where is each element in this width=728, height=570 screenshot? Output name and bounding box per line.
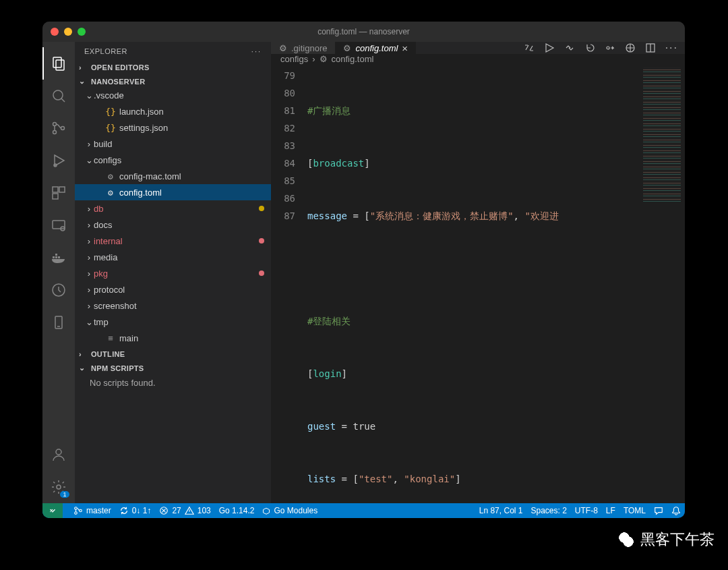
tab-gitignore[interactable]: ⚙.gitignore xyxy=(271,42,335,54)
code-token: true xyxy=(353,421,375,432)
line-number: 86 xyxy=(271,190,295,207)
search-icon[interactable] xyxy=(42,80,75,112)
folder-db[interactable]: ›db xyxy=(75,200,271,217)
diff-icon[interactable] xyxy=(564,42,575,53)
svg-rect-13 xyxy=(55,256,57,258)
tab-label: .gitignore xyxy=(291,43,327,53)
activity-bar: 1 xyxy=(42,42,75,503)
test-icon[interactable] xyxy=(42,274,75,306)
folder-label: screenshot xyxy=(94,301,264,311)
code-token: "欢迎进 xyxy=(524,210,558,221)
svg-rect-12 xyxy=(53,256,55,258)
go-version-status[interactable]: Go 1.14.2 xyxy=(219,506,255,515)
svg-point-25 xyxy=(80,509,82,512)
code-token: ] xyxy=(364,158,369,169)
titlebar: config.toml — nanoserver xyxy=(42,22,685,42)
code-token: message xyxy=(307,210,347,221)
sidebar: EXPLORER ··· ›OPEN EDITORS ⌄NANOSERVER ⌄… xyxy=(75,42,271,503)
file-launch-json[interactable]: {}launch.json xyxy=(75,103,271,119)
project-section[interactable]: ⌄NANOSERVER xyxy=(75,76,271,87)
file-config-mac-toml[interactable]: ⚙config-mac.toml xyxy=(75,168,271,184)
watermark: 黑客下午茶 xyxy=(616,530,715,550)
code-token: = [ xyxy=(347,210,370,221)
preview-icon[interactable] xyxy=(625,42,636,53)
npm-scripts-section[interactable]: ⌄NPM SCRIPTS xyxy=(75,362,271,374)
breadcrumb-segment[interactable]: config.toml xyxy=(332,54,374,64)
folder-vscode[interactable]: ⌄.vscode xyxy=(75,87,271,103)
svg-rect-1 xyxy=(56,60,64,70)
folder-pkg[interactable]: ›pkg xyxy=(75,265,271,281)
folder-label: protocol xyxy=(94,285,264,295)
more-actions-icon[interactable]: ··· xyxy=(251,47,262,55)
svg-rect-0 xyxy=(53,57,61,67)
folder-build[interactable]: ›build xyxy=(75,136,271,152)
svg-rect-10 xyxy=(53,221,65,229)
breadcrumb-segment[interactable]: configs xyxy=(280,54,308,64)
explorer-icon[interactable] xyxy=(42,47,75,80)
line-number: 87 xyxy=(271,207,295,225)
git-sync-status[interactable]: 0↓ 1↑ xyxy=(119,506,152,515)
split-editor-icon[interactable] xyxy=(645,42,656,53)
code-editor[interactable]: 79 80 81 82 83 84 85 86 87 #广播消息 [broadc… xyxy=(271,64,685,518)
tab-config-toml[interactable]: ⚙config.toml× xyxy=(335,42,416,54)
folder-tmp[interactable]: ⌄tmp xyxy=(75,314,271,330)
svg-point-5 xyxy=(61,127,65,130)
folder-label: .vscode xyxy=(94,90,264,101)
line-number: 85 xyxy=(271,172,295,190)
wechat-icon xyxy=(616,530,636,550)
file-main[interactable]: ≡main xyxy=(75,330,271,346)
folder-protocol[interactable]: ›protocol xyxy=(75,281,271,297)
project-label: NANOSERVER xyxy=(91,78,145,86)
compare-icon[interactable] xyxy=(524,42,535,53)
code-lines[interactable]: #广播消息 [broadcast] message = ["系统消息：健康游戏，… xyxy=(307,64,685,518)
folder-label: tmp xyxy=(94,317,264,327)
settings-gear-icon[interactable]: 1 xyxy=(42,471,75,503)
line-number: 82 xyxy=(271,119,295,137)
file-label: config.toml xyxy=(119,188,264,198)
next-change-icon[interactable] xyxy=(605,42,615,53)
warning-count: 103 xyxy=(198,506,211,515)
code-token: #广播消息 xyxy=(307,105,351,116)
git-branch-status[interactable]: master xyxy=(73,506,111,515)
folder-media[interactable]: ›media xyxy=(75,249,271,265)
svg-point-3 xyxy=(53,123,57,126)
source-control-icon[interactable] xyxy=(42,112,75,144)
code-token: broadcast xyxy=(313,158,364,169)
close-tab-icon[interactable]: × xyxy=(402,42,408,54)
svg-point-18 xyxy=(56,449,61,455)
editor-area: ⚙.gitignore ⚙config.toml× ··· configs › … xyxy=(271,42,685,503)
outline-section[interactable]: ›OUTLINE xyxy=(75,349,271,360)
run-debug-icon[interactable] xyxy=(42,144,75,177)
remote-explorer-icon[interactable] xyxy=(42,209,75,241)
problems-status[interactable]: 27103 xyxy=(159,506,210,515)
svg-point-4 xyxy=(53,131,57,134)
minimap[interactable] xyxy=(643,67,681,202)
svg-rect-15 xyxy=(55,254,57,256)
device-icon[interactable] xyxy=(42,306,75,339)
folder-screenshot[interactable]: ›screenshot xyxy=(75,297,271,314)
accounts-icon[interactable] xyxy=(42,438,75,471)
more-editor-actions-icon[interactable]: ··· xyxy=(665,42,678,54)
extensions-icon[interactable] xyxy=(42,177,75,209)
file-config-toml[interactable]: ⚙config.toml xyxy=(75,184,271,200)
folder-internal[interactable]: ›internal xyxy=(75,233,271,249)
code-token: "系统消息：健康游戏，禁止赌博" xyxy=(370,210,514,221)
gear-icon: ⚙ xyxy=(343,43,351,53)
run-icon[interactable] xyxy=(544,42,555,53)
git-modified-dot xyxy=(259,206,264,211)
remote-indicator[interactable] xyxy=(42,503,63,518)
docker-icon[interactable] xyxy=(42,241,75,274)
folder-label: docs xyxy=(94,220,264,230)
code-token: ] xyxy=(455,474,460,484)
breadcrumbs[interactable]: configs › ⚙ config.toml xyxy=(271,54,685,64)
folder-docs[interactable]: ›docs xyxy=(75,217,271,233)
revert-icon[interactable] xyxy=(584,42,595,53)
file-icon: ≡ xyxy=(104,333,117,343)
gear-icon: ⚙ xyxy=(320,54,328,64)
file-label: settings.json xyxy=(119,123,264,133)
open-editors-section[interactable]: ›OPEN EDITORS xyxy=(75,62,271,73)
line-number: 81 xyxy=(271,102,295,119)
file-settings-json[interactable]: {}settings.json xyxy=(75,119,271,136)
folder-configs[interactable]: ⌄configs xyxy=(75,152,271,168)
code-token: "konglai" xyxy=(404,474,455,484)
